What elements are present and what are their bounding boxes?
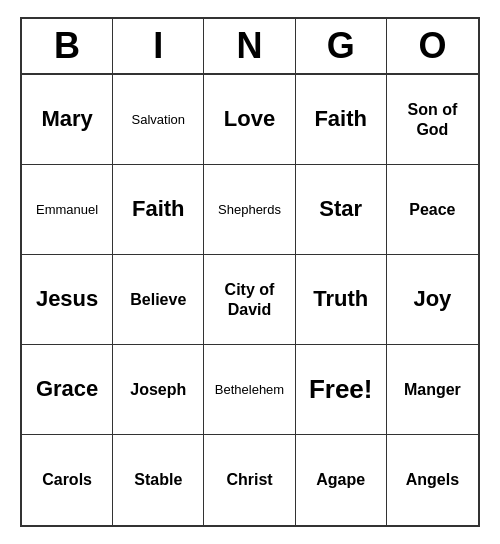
cell-label: Joseph bbox=[130, 380, 186, 399]
cell-r3-c4: Manger bbox=[387, 345, 478, 435]
cell-r1-c0: Emmanuel bbox=[22, 165, 113, 255]
cell-r0-c3: Faith bbox=[296, 75, 387, 165]
cell-r4-c3: Agape bbox=[296, 435, 387, 525]
bingo-header: BINGO bbox=[22, 19, 478, 75]
cell-label: Faith bbox=[314, 106, 367, 132]
cell-label: Joy bbox=[413, 286, 451, 312]
cell-r2-c2: City of David bbox=[204, 255, 295, 345]
header-letter: B bbox=[22, 19, 113, 73]
cell-label: Salvation bbox=[132, 112, 185, 128]
cell-r0-c1: Salvation bbox=[113, 75, 204, 165]
cell-label: Star bbox=[319, 196, 362, 222]
cell-label: Bethelehem bbox=[215, 382, 284, 398]
cell-label: Truth bbox=[313, 286, 368, 312]
cell-label: Emmanuel bbox=[36, 202, 98, 218]
cell-r0-c4: Son of God bbox=[387, 75, 478, 165]
cell-r2-c1: Believe bbox=[113, 255, 204, 345]
bingo-card: BINGO MarySalvationLoveFaithSon of GodEm… bbox=[20, 17, 480, 527]
cell-r4-c1: Stable bbox=[113, 435, 204, 525]
cell-label: Shepherds bbox=[218, 202, 281, 218]
cell-r1-c1: Faith bbox=[113, 165, 204, 255]
cell-label: Manger bbox=[404, 380, 461, 399]
cell-label: Grace bbox=[36, 376, 98, 402]
cell-r2-c4: Joy bbox=[387, 255, 478, 345]
cell-r1-c4: Peace bbox=[387, 165, 478, 255]
header-letter: O bbox=[387, 19, 478, 73]
cell-label: Love bbox=[224, 106, 275, 132]
bingo-grid: MarySalvationLoveFaithSon of GodEmmanuel… bbox=[22, 75, 478, 525]
cell-r3-c2: Bethelehem bbox=[204, 345, 295, 435]
cell-r3-c3: Free! bbox=[296, 345, 387, 435]
cell-label: Carols bbox=[42, 470, 92, 489]
header-letter: N bbox=[204, 19, 295, 73]
cell-r4-c0: Carols bbox=[22, 435, 113, 525]
cell-label: Mary bbox=[41, 106, 92, 132]
cell-r0-c2: Love bbox=[204, 75, 295, 165]
cell-label: Believe bbox=[130, 290, 186, 309]
cell-r4-c4: Angels bbox=[387, 435, 478, 525]
cell-r2-c0: Jesus bbox=[22, 255, 113, 345]
header-letter: G bbox=[296, 19, 387, 73]
cell-label: Son of God bbox=[393, 100, 472, 138]
cell-r4-c2: Christ bbox=[204, 435, 295, 525]
cell-r1-c2: Shepherds bbox=[204, 165, 295, 255]
cell-r3-c1: Joseph bbox=[113, 345, 204, 435]
cell-r2-c3: Truth bbox=[296, 255, 387, 345]
cell-label: Jesus bbox=[36, 286, 98, 312]
header-letter: I bbox=[113, 19, 204, 73]
cell-label: Faith bbox=[132, 196, 185, 222]
cell-r1-c3: Star bbox=[296, 165, 387, 255]
cell-label: Stable bbox=[134, 470, 182, 489]
cell-r0-c0: Mary bbox=[22, 75, 113, 165]
cell-label: Peace bbox=[409, 200, 455, 219]
cell-label: Agape bbox=[316, 470, 365, 489]
cell-label: City of David bbox=[210, 280, 288, 318]
cell-label: Free! bbox=[309, 374, 373, 405]
cell-r3-c0: Grace bbox=[22, 345, 113, 435]
cell-label: Angels bbox=[406, 470, 459, 489]
cell-label: Christ bbox=[226, 470, 272, 489]
